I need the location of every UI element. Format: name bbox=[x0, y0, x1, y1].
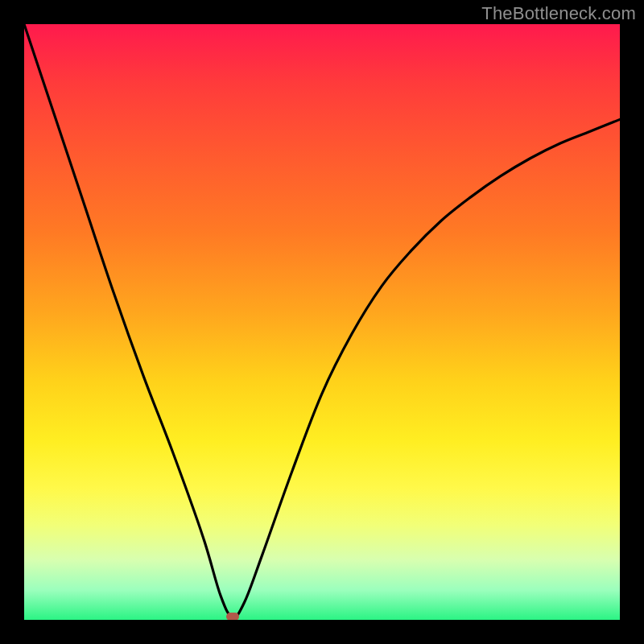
watermark-text: TheBottleneck.com bbox=[481, 3, 636, 24]
chart-frame: TheBottleneck.com bbox=[0, 0, 644, 644]
optimal-point-marker bbox=[226, 613, 239, 620]
plot-area bbox=[24, 24, 620, 620]
bottleneck-curve bbox=[24, 24, 620, 617]
curve-svg bbox=[24, 24, 620, 620]
